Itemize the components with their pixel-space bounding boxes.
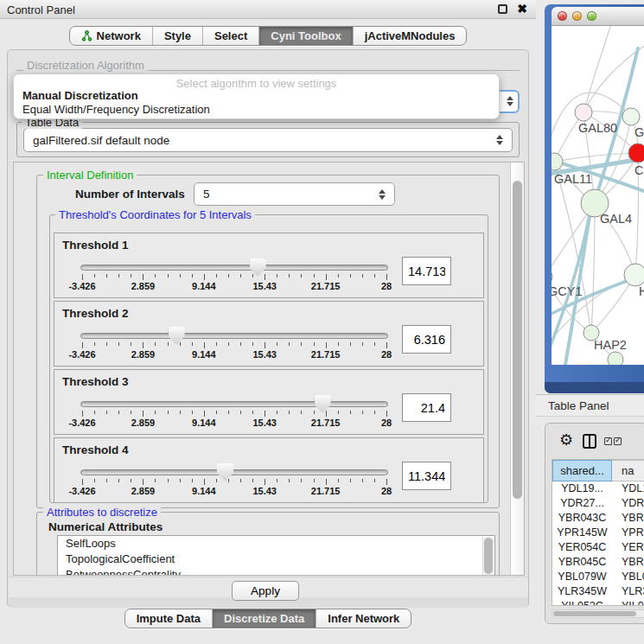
threshold-value-field[interactable]: [402, 257, 451, 285]
tick-mark: [240, 274, 241, 277]
threshold-slider-thumb[interactable]: [217, 463, 233, 481]
panel-vertical-scrollbar[interactable]: [510, 163, 524, 575]
tick-mark: [252, 479, 253, 482]
bottom-tab-discretize-data[interactable]: Discretize Data: [213, 609, 316, 628]
cell-name: YDR27: [612, 496, 644, 511]
network-node: [552, 153, 563, 170]
control-panel-titlebar: Control Panel ✖: [0, 0, 536, 19]
table-scrollbar-thumb[interactable]: [553, 611, 636, 616]
attribute-list-scrollbar[interactable]: [482, 537, 494, 576]
table-row[interactable]: YBR045CYBR04: [552, 555, 644, 570]
cell-shared-name: YER054C: [552, 540, 612, 555]
columns-icon[interactable]: [583, 434, 596, 449]
table-horizontal-scrollbar[interactable]: [552, 609, 644, 618]
tick-label: 21.715: [311, 418, 341, 428]
tab-network[interactable]: Network: [70, 27, 153, 45]
numerical-attributes-list[interactable]: SelfLoopsTopologicalCoefficientBetweenne…: [57, 535, 495, 576]
cell-shared-name: YDL19...: [552, 481, 612, 496]
threshold-value-field[interactable]: [402, 462, 451, 490]
tick-mark: [192, 274, 193, 277]
table-row[interactable]: YDR27...YDR27: [552, 496, 644, 511]
threshold-slider-track[interactable]: [80, 265, 388, 271]
table-row[interactable]: YLR345WYLR34: [552, 584, 644, 599]
column-header-shared-name[interactable]: shared...: [552, 460, 612, 481]
tick-mark: [155, 479, 156, 482]
tick-mark: [192, 342, 193, 346]
threshold-box-2: Threshold 2-3.4262.8599.14415.4321.71528: [54, 301, 484, 367]
list-item[interactable]: SelfLoops: [58, 536, 494, 552]
close-traffic-light-icon[interactable]: [558, 11, 567, 21]
table-panel-container: ⚙ shared... na YDL19...YDL19YDR27...YDR2…: [545, 423, 644, 624]
table-row[interactable]: YDL19...YDL19: [552, 481, 644, 496]
table-data-combo[interactable]: galFiltered.sif default node: [23, 128, 513, 152]
minimize-traffic-light-icon[interactable]: [572, 11, 582, 21]
table-row[interactable]: YBL079WYBL07: [552, 570, 644, 584]
bottom-tab-impute-data[interactable]: Impute Data: [125, 609, 213, 628]
tick-mark: [131, 411, 131, 414]
float-icon[interactable]: [498, 4, 507, 14]
tick-label: 2.859: [131, 486, 156, 496]
zoom-traffic-light-icon[interactable]: [587, 11, 596, 21]
threshold-slider-track[interactable]: [80, 333, 388, 339]
tick-mark: [82, 479, 83, 485]
threshold-slider-thumb[interactable]: [169, 327, 185, 345]
tab-jactivemnodules[interactable]: jActiveMNodules: [354, 27, 467, 45]
threshold-value-field[interactable]: [402, 393, 451, 422]
tick-mark: [82, 342, 83, 348]
tick-mark: [143, 342, 143, 348]
attribute-list-scrollbar-thumb[interactable]: [484, 538, 493, 574]
cell-shared-name: YLR345W: [552, 584, 612, 599]
tab-style[interactable]: Style: [153, 27, 203, 45]
cell-shared-name: YPR145W: [552, 526, 612, 540]
combo-stepper-icon: [507, 96, 513, 106]
threshold-label: Threshold 4: [62, 443, 129, 456]
tick-mark: [338, 479, 339, 482]
threshold-slider-track[interactable]: [80, 401, 388, 407]
panel-scrollbar-thumb[interactable]: [513, 181, 522, 499]
tick-label: 2.859: [131, 281, 156, 291]
tick-mark: [314, 274, 315, 277]
gear-icon[interactable]: ⚙: [559, 430, 573, 450]
tick-mark: [386, 274, 387, 280]
tick-mark: [374, 342, 375, 346]
tab-label: Network: [97, 29, 141, 42]
list-item[interactable]: BetweennessCentrality: [58, 567, 494, 576]
tick-mark: [228, 479, 229, 482]
list-item[interactable]: TopologicalCoefficient: [58, 552, 494, 567]
threshold-slider-thumb[interactable]: [315, 395, 331, 413]
bottom-tab-infer-network[interactable]: Infer Network: [316, 609, 411, 628]
tick-mark: [265, 274, 265, 280]
popup-item-manual-discretization[interactable]: Manual Discretization: [14, 89, 499, 103]
table-row[interactable]: YPR145WYPR14: [552, 526, 644, 540]
tick-mark: [82, 274, 83, 280]
tick-mark: [314, 342, 315, 346]
algorithm-dropdown-popup: Select algorithm to view settings Manual…: [13, 73, 500, 119]
tick-mark: [289, 274, 290, 277]
threshold-slider-track[interactable]: [80, 469, 388, 475]
threshold-value-field[interactable]: [402, 325, 451, 354]
tab-select[interactable]: Select: [203, 27, 259, 45]
tick-mark: [386, 342, 387, 348]
tick-mark: [314, 479, 315, 482]
network-canvas[interactable]: GAL80GAGAL11CGAL4GCY1HHAP2: [552, 26, 644, 365]
apply-button[interactable]: Apply: [232, 581, 299, 601]
popup-item-equal-width-frequency[interactable]: Equal Width/Frequency Discretization: [14, 103, 499, 117]
tick-mark: [240, 479, 241, 482]
tick-label: 9.144: [192, 281, 216, 291]
tick-mark: [143, 274, 143, 280]
number-of-intervals-spinner[interactable]: 5: [194, 182, 395, 206]
tab-cyni-toolbox[interactable]: Cyni Toolbox: [259, 27, 353, 45]
checkboxes-icon[interactable]: [604, 437, 622, 445]
tab-label: jActiveMNodules: [365, 29, 456, 42]
network-node: [552, 269, 552, 284]
tick-mark: [338, 274, 339, 277]
table-row[interactable]: YBR043CYBR04: [552, 511, 644, 526]
node-label: GA: [634, 125, 644, 139]
table-row[interactable]: YER054CYER05: [552, 540, 644, 555]
panel-title: Control Panel: [7, 3, 75, 16]
column-header-name[interactable]: na: [612, 460, 644, 481]
tick-mark: [386, 479, 387, 485]
table-row[interactable]: YIL052CYIL05: [552, 599, 644, 606]
close-icon[interactable]: ✖: [517, 2, 527, 16]
node-attribute-table[interactable]: shared... na YDL19...YDL19YDR27...YDR27Y…: [552, 459, 644, 606]
